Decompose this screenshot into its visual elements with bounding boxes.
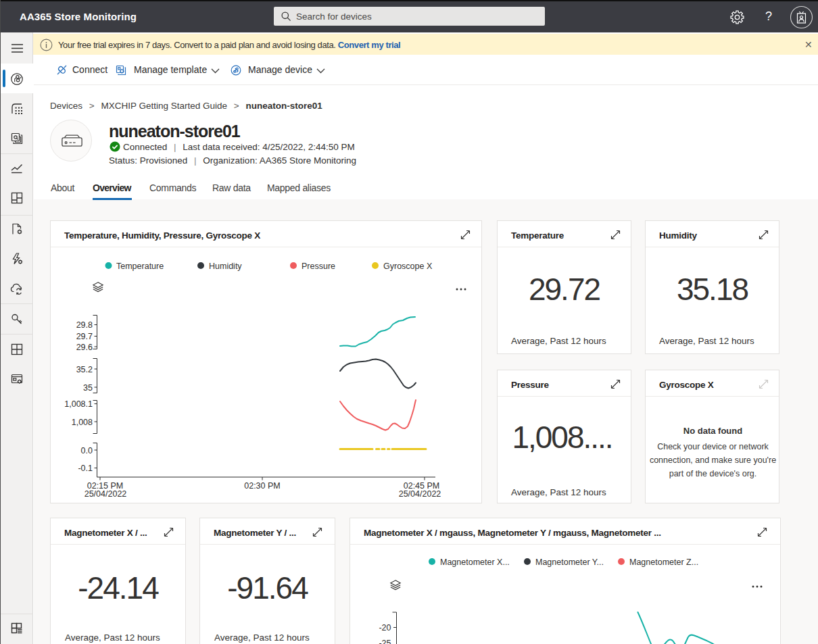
svg-text:1,008: 1,008 [72, 418, 93, 427]
svg-text:-0.1: -0.1 [78, 464, 93, 473]
svg-text:Temperature: Temperature [116, 262, 164, 271]
svg-text:-25: -25 [379, 639, 391, 644]
svg-text:1,008.1: 1,008.1 [64, 399, 93, 409]
svg-text:-20: -20 [379, 623, 391, 633]
svg-text:0.0: 0.0 [81, 446, 93, 455]
svg-text:25/04/2022: 25/04/2022 [85, 489, 127, 499]
svg-text:Magnetometer Y...: Magnetometer Y... [535, 558, 604, 567]
svg-text:Pressure: Pressure [302, 262, 335, 271]
svg-text:29.8: 29.8 [76, 320, 93, 330]
svg-text:29.7: 29.7 [76, 332, 93, 341]
svg-text:35: 35 [83, 383, 93, 393]
svg-text:35.2: 35.2 [76, 365, 93, 374]
svg-text:02:30 PM: 02:30 PM [244, 481, 281, 491]
svg-text:Humidity: Humidity [209, 262, 242, 271]
svg-text:29.6: 29.6 [76, 343, 93, 352]
svg-text:Magnetometer Z...: Magnetometer Z... [629, 558, 698, 567]
svg-text:Gyroscope X: Gyroscope X [383, 262, 433, 271]
svg-text:Magnetometer X...: Magnetometer X... [440, 558, 510, 567]
svg-text:25/04/2022: 25/04/2022 [399, 489, 441, 499]
